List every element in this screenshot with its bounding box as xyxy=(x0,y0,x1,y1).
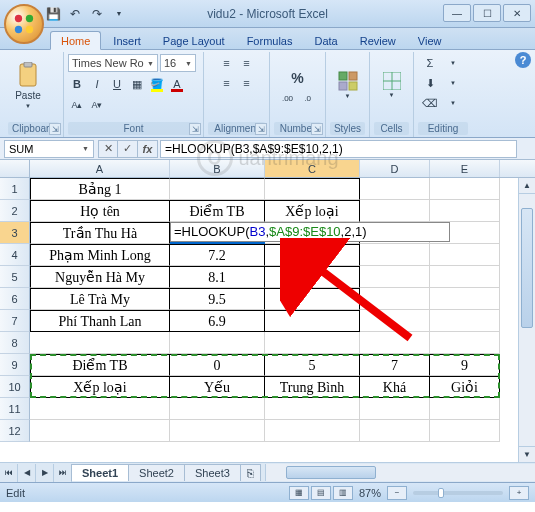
cell-c2[interactable]: Xếp loại xyxy=(265,200,360,222)
editing-cell-c3[interactable]: =HLOOKUP(B3,$A$9:$E$10,2,1) xyxy=(170,222,450,242)
cell-a10[interactable]: Xếp loại xyxy=(30,376,170,398)
underline-button[interactable]: U xyxy=(108,75,126,93)
autosum-dropdown-icon[interactable]: ▼ xyxy=(444,54,462,72)
decrease-decimal-button[interactable]: .0 xyxy=(299,89,317,107)
close-button[interactable]: ✕ xyxy=(503,4,531,22)
vertical-scrollbar[interactable]: ▲ ▼ xyxy=(518,178,535,462)
horizontal-scrollbar[interactable] xyxy=(265,464,535,481)
zoom-slider[interactable] xyxy=(413,491,503,495)
bold-button[interactable]: B xyxy=(68,75,86,93)
tab-formulas[interactable]: Formulas xyxy=(237,32,303,49)
col-header-c[interactable]: C xyxy=(265,160,360,177)
cell-e5[interactable] xyxy=(430,266,500,288)
cell-b8[interactable] xyxy=(170,332,265,354)
cell-d5[interactable] xyxy=(360,266,430,288)
paste-button[interactable]: Paste ▼ xyxy=(8,54,48,116)
italic-button[interactable]: I xyxy=(88,75,106,93)
cell-e1[interactable] xyxy=(430,178,500,200)
row-header-12[interactable]: 12 xyxy=(0,420,30,442)
scroll-thumb[interactable] xyxy=(521,208,533,328)
sheet-tab-1[interactable]: Sheet1 xyxy=(71,464,129,481)
cell-a9[interactable]: Điểm TB xyxy=(30,354,170,376)
formula-bar[interactable]: =HLOOKUP(B3,$A$9:$E$10,2,1) xyxy=(160,140,517,158)
increase-decimal-button[interactable]: .00 xyxy=(279,89,297,107)
align-left-button[interactable]: ≡ xyxy=(218,74,236,92)
cell-c6[interactable] xyxy=(265,288,360,310)
cell-d10[interactable]: Khá xyxy=(360,376,430,398)
name-box[interactable]: SUM▼ xyxy=(4,140,94,158)
save-icon[interactable]: 💾 xyxy=(44,5,62,23)
font-name-combo[interactable]: Times New Ro▼ xyxy=(68,54,158,72)
row-header-4[interactable]: 4 xyxy=(0,244,30,266)
insert-function-button[interactable]: fx xyxy=(138,140,158,158)
cell-b9[interactable]: 0 xyxy=(170,354,265,376)
row-header-6[interactable]: 6 xyxy=(0,288,30,310)
cell-a1[interactable]: Bảng 1 xyxy=(30,178,170,200)
tab-page-layout[interactable]: Page Layout xyxy=(153,32,235,49)
cell-c7[interactable] xyxy=(265,310,360,332)
cell-a7[interactable]: Phí Thanh Lan xyxy=(30,310,170,332)
cell-e12[interactable] xyxy=(430,420,500,442)
tab-review[interactable]: Review xyxy=(350,32,406,49)
cell-d2[interactable] xyxy=(360,200,430,222)
cell-d6[interactable] xyxy=(360,288,430,310)
cell-e6[interactable] xyxy=(430,288,500,310)
col-header-b[interactable]: B xyxy=(170,160,265,177)
styles-button[interactable]: ▼ xyxy=(330,54,365,116)
cell-e8[interactable] xyxy=(430,332,500,354)
fill-color-button[interactable]: 🪣 xyxy=(148,75,166,93)
hscroll-thumb[interactable] xyxy=(286,466,376,479)
scroll-up-icon[interactable]: ▲ xyxy=(519,178,535,194)
cell-e11[interactable] xyxy=(430,398,500,420)
cell-a2[interactable]: Họ tên xyxy=(30,200,170,222)
zoom-out-button[interactable]: − xyxy=(387,486,407,500)
spreadsheet-grid[interactable]: A B C D E 1 Bảng 1 2 Họ tên Điểm TB Xếp … xyxy=(0,160,535,462)
row-header-3[interactable]: 3 xyxy=(0,222,30,244)
clipboard-launcher-icon[interactable]: ⇲ xyxy=(49,123,61,135)
page-break-view-button[interactable]: ▥ xyxy=(333,486,353,500)
cell-d12[interactable] xyxy=(360,420,430,442)
align-center-button[interactable]: ≡ xyxy=(238,74,256,92)
align-top-button[interactable]: ≡ xyxy=(218,54,236,72)
alignment-launcher-icon[interactable]: ⇲ xyxy=(255,123,267,135)
cell-c9[interactable]: 5 xyxy=(265,354,360,376)
cell-e2[interactable] xyxy=(430,200,500,222)
col-header-e[interactable]: E xyxy=(430,160,500,177)
tab-nav-prev-icon[interactable]: ◀ xyxy=(18,464,36,482)
cell-a3[interactable]: Trần Thu Hà xyxy=(30,222,170,244)
cells-button[interactable]: ▼ xyxy=(374,54,409,116)
cell-c1[interactable] xyxy=(265,178,360,200)
cell-b1[interactable] xyxy=(170,178,265,200)
cell-a12[interactable] xyxy=(30,420,170,442)
row-header-5[interactable]: 5 xyxy=(0,266,30,288)
cell-e4[interactable] xyxy=(430,244,500,266)
maximize-button[interactable]: ☐ xyxy=(473,4,501,22)
number-launcher-icon[interactable]: ⇲ xyxy=(311,123,323,135)
font-launcher-icon[interactable]: ⇲ xyxy=(189,123,201,135)
cell-a8[interactable] xyxy=(30,332,170,354)
grow-font-button[interactable]: A▴ xyxy=(68,96,86,114)
tab-nav-last-icon[interactable]: ⏭ xyxy=(54,464,72,482)
cell-b4[interactable]: 7.2 xyxy=(170,244,265,266)
sheet-tab-2[interactable]: Sheet2 xyxy=(128,464,185,481)
row-header-9[interactable]: 9 xyxy=(0,354,30,376)
new-sheet-tab-icon[interactable]: ⎘ xyxy=(240,464,261,481)
minimize-button[interactable]: — xyxy=(443,4,471,22)
tab-data[interactable]: Data xyxy=(304,32,347,49)
clear-button[interactable]: ⌫ xyxy=(418,94,442,112)
cell-c8[interactable] xyxy=(265,332,360,354)
sheet-tab-3[interactable]: Sheet3 xyxy=(184,464,241,481)
cell-d9[interactable]: 7 xyxy=(360,354,430,376)
cell-a5[interactable]: Nguyễn Hà My xyxy=(30,266,170,288)
cell-b7[interactable]: 6.9 xyxy=(170,310,265,332)
cell-d1[interactable] xyxy=(360,178,430,200)
enter-formula-button[interactable]: ✓ xyxy=(118,140,138,158)
cell-a4[interactable]: Phạm Minh Long xyxy=(30,244,170,266)
cell-c10[interactable]: Trung Bình xyxy=(265,376,360,398)
cell-d8[interactable] xyxy=(360,332,430,354)
fill-dropdown-icon[interactable]: ▼ xyxy=(444,74,462,92)
border-button[interactable]: ▦ xyxy=(128,75,146,93)
qat-dropdown-icon[interactable]: ▼ xyxy=(110,5,128,23)
cell-b12[interactable] xyxy=(170,420,265,442)
zoom-in-button[interactable]: + xyxy=(509,486,529,500)
